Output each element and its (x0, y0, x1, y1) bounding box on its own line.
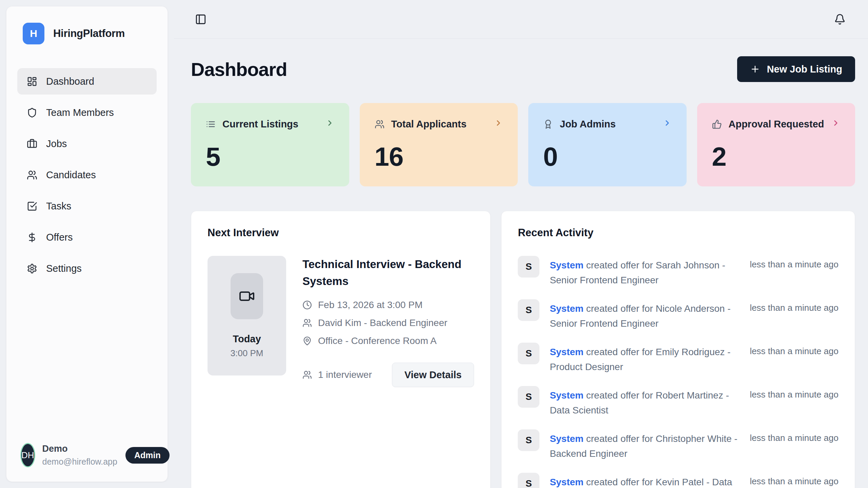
users-icon (302, 318, 312, 328)
stat-label: Job Admins (560, 119, 616, 130)
topbar (174, 0, 868, 39)
activity-actor: System (550, 260, 584, 270)
interview-footer: 1 interviewer View Details (302, 363, 474, 387)
stat-value: 5 (206, 141, 334, 172)
interview-person: David Kim - Backend Engineer (318, 318, 447, 328)
stat-card-approval-requested[interactable]: Approval Requested 2 (697, 103, 855, 186)
activity-item: S System created offer for Robert Martin… (518, 386, 839, 418)
notifications-button[interactable] (834, 14, 846, 25)
user-name: Demo (42, 444, 117, 454)
chevron-right-icon (663, 119, 672, 130)
thumbs-up-icon (712, 119, 722, 129)
activity-item: S System created offer for Nicole Anders… (518, 299, 839, 331)
sidebar-item-label: Offers (46, 232, 73, 243)
activity-actor: System (550, 303, 584, 314)
interview-title: Technical Interview - Backend Systems (302, 256, 474, 289)
activity-item: S System created offer for Emily Rodrigu… (518, 343, 839, 374)
chevron-right-icon (831, 119, 840, 130)
chevron-right-icon (326, 119, 334, 130)
stat-card-job-admins[interactable]: Job Admins 0 (528, 103, 687, 186)
users-icon (27, 170, 37, 180)
sidebar-item-label: Tasks (46, 201, 71, 212)
sidebar-toggle-button[interactable] (195, 14, 206, 25)
sidebar-item-settings[interactable]: Settings (17, 255, 157, 282)
brand-name: HiringPlatform (53, 27, 125, 40)
activity-timestamp: less than a minute ago (750, 429, 839, 461)
interview-day: Today (233, 333, 261, 345)
stat-card-current-listings[interactable]: Current Listings 5 (191, 103, 349, 186)
activity-actor: System (550, 433, 584, 444)
activity-timestamp: less than a minute ago (750, 386, 839, 418)
stat-value: 2 (712, 141, 841, 172)
activity-timestamp: less than a minute ago (750, 256, 839, 288)
new-job-listing-button[interactable]: New Job Listing (737, 56, 855, 82)
award-icon (543, 119, 553, 129)
video-icon-box (231, 273, 263, 319)
map-pin-icon (302, 336, 312, 346)
activity-avatar: S (518, 473, 539, 488)
sidebar-item-offers[interactable]: Offers (17, 224, 157, 250)
activity-avatar: S (518, 299, 539, 321)
interview-datetime: Feb 13, 2026 at 3:00 PM (318, 300, 422, 310)
shield-icon (27, 107, 37, 118)
check-square-icon (27, 201, 37, 211)
sidebar-item-candidates[interactable]: Candidates (17, 162, 157, 188)
activity-item: S System created offer for Kevin Patel -… (518, 473, 839, 488)
activity-text: System created offer for Sarah Johnson -… (550, 256, 739, 288)
sidebar-item-label: Candidates (46, 169, 96, 181)
user-email: demo@hireflow.app (42, 457, 117, 467)
recent-activity-title: Recent Activity (518, 227, 839, 239)
sidebar-item-label: Team Members (46, 107, 114, 118)
content: Dashboard New Job Listing Current Listin… (174, 39, 868, 488)
hiring-platform-app: H HiringPlatform Dashboard Team Members … (0, 0, 868, 488)
stat-label: Current Listings (222, 119, 298, 130)
stat-value: 16 (375, 141, 503, 172)
activity-timestamp: less than a minute ago (750, 343, 839, 374)
activity-timestamp: less than a minute ago (750, 299, 839, 331)
activity-item: S System created offer for Christopher W… (518, 429, 839, 461)
activity-timestamp: less than a minute ago (750, 473, 839, 488)
new-job-listing-label: New Job Listing (767, 64, 842, 75)
bell-icon (834, 14, 846, 25)
interviewer-count-row: 1 interviewer (302, 369, 372, 380)
next-interview-panel: Next Interview Today 3:00 PM Technical I… (191, 211, 491, 488)
stat-label: Total Applicants (391, 119, 467, 130)
sidebar-item-tasks[interactable]: Tasks (17, 193, 157, 219)
activity-item: S System created offer for Sarah Johnson… (518, 256, 839, 288)
sidebar-item-label: Settings (46, 263, 82, 274)
page-head: Dashboard New Job Listing (191, 56, 855, 82)
stat-value: 0 (543, 141, 672, 172)
stat-head: Approval Requested (712, 119, 841, 130)
interview-location-row: Office - Conference Room A (302, 336, 474, 346)
activity-text: System created offer for Kevin Patel - D… (550, 473, 739, 488)
sidebar-item-jobs[interactable]: Jobs (17, 130, 157, 157)
stat-card-total-applicants[interactable]: Total Applicants 16 (360, 103, 518, 186)
next-interview-title: Next Interview (208, 227, 474, 239)
gear-icon (27, 263, 37, 274)
sidebar-item-dashboard[interactable]: Dashboard (17, 68, 157, 95)
view-details-button[interactable]: View Details (392, 363, 474, 387)
panels: Next Interview Today 3:00 PM Technical I… (191, 211, 855, 488)
stat-head: Current Listings (206, 119, 334, 130)
sidebar-user[interactable]: DH Demo demo@hireflow.app Admin (17, 444, 157, 467)
sidebar-item-label: Jobs (46, 138, 67, 149)
sidebar-item-team-members[interactable]: Team Members (17, 99, 157, 126)
activity-avatar: S (518, 386, 539, 408)
clock-icon (302, 300, 312, 310)
layout-dashboard-icon (27, 76, 37, 87)
avatar: DH (21, 444, 34, 466)
main-area: Dashboard New Job Listing Current Listin… (174, 0, 868, 488)
next-interview-body: Today 3:00 PM Technical Interview - Back… (208, 256, 474, 387)
activity-actor: System (550, 347, 584, 357)
sidebar-item-label: Dashboard (46, 76, 94, 87)
plus-icon (750, 64, 760, 74)
activity-avatar: S (518, 343, 539, 364)
briefcase-icon (27, 139, 37, 149)
activity-text: System created offer for Nicole Anderson… (550, 299, 739, 331)
activity-actor: System (550, 477, 584, 487)
avatar-initials: DH (21, 450, 34, 461)
page-title: Dashboard (191, 58, 287, 80)
interview-person-row: David Kim - Backend Engineer (302, 318, 474, 328)
sidebar-nav: Dashboard Team Members Jobs Candidates T… (17, 68, 157, 282)
interview-time: 3:00 PM (231, 348, 263, 359)
